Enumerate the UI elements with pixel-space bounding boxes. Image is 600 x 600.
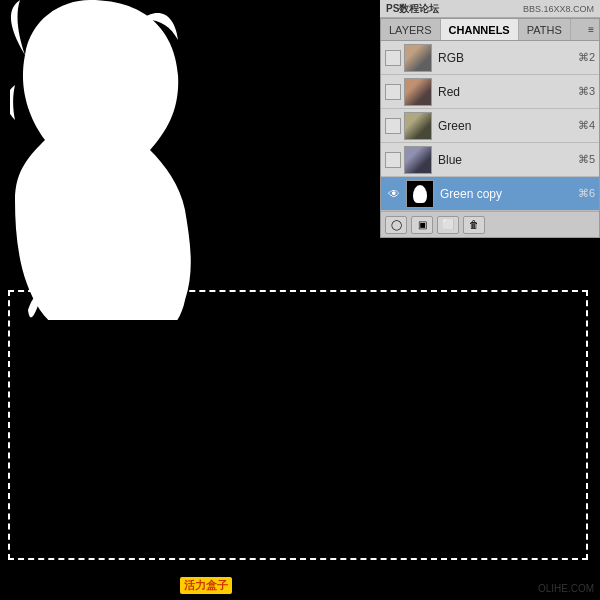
channel-visibility-rgb[interactable] bbox=[385, 50, 401, 66]
panel-menu-button[interactable]: ≡ bbox=[583, 22, 599, 37]
tab-layers[interactable]: LAYERS bbox=[381, 19, 441, 40]
save-selection-button[interactable]: ▣ bbox=[411, 216, 433, 234]
channel-name-green: Green bbox=[438, 119, 574, 133]
channel-list: RGB ⌘2 Red ⌘3 Green ⌘4 Blue ⌘5 👁 bbox=[381, 41, 599, 211]
panel-toolbar: ◯ ▣ ⬜ 🗑 bbox=[381, 211, 599, 237]
silhouette bbox=[10, 0, 270, 320]
tab-channels[interactable]: CHANNELS bbox=[441, 19, 519, 40]
channel-row-blue[interactable]: Blue ⌘5 bbox=[381, 143, 599, 177]
channel-thumb-blue bbox=[404, 146, 432, 174]
channel-name-rgb: RGB bbox=[438, 51, 574, 65]
forum-site: BBS.16XX8.COM bbox=[523, 4, 594, 14]
channel-row-green-copy[interactable]: 👁 Green copy ⌘6 bbox=[381, 177, 599, 211]
top-bar: PS数程论坛 BBS.16XX8.COM bbox=[380, 0, 600, 18]
channel-thumb-green-copy bbox=[406, 180, 434, 208]
forum-title: PS数程论坛 bbox=[386, 2, 439, 16]
watermark-left: 活力盒子 bbox=[180, 577, 232, 594]
channel-thumb-rgb bbox=[404, 44, 432, 72]
channel-shortcut-red: ⌘3 bbox=[578, 85, 595, 98]
channel-shortcut-green-copy: ⌘6 bbox=[578, 187, 595, 200]
channels-panel: LAYERS CHANNELS PATHS ≡ RGB ⌘2 Red ⌘3 Gr… bbox=[380, 18, 600, 238]
new-channel-circle-button[interactable]: ◯ bbox=[385, 216, 407, 234]
channel-shortcut-blue: ⌘5 bbox=[578, 153, 595, 166]
channel-shortcut-rgb: ⌘2 bbox=[578, 51, 595, 64]
channel-visibility-green[interactable] bbox=[385, 118, 401, 134]
channel-thumb-red bbox=[404, 78, 432, 106]
selection-marquee bbox=[8, 290, 588, 560]
watermark-right: OLIHE.COM bbox=[538, 583, 594, 594]
delete-channel-button[interactable]: 🗑 bbox=[463, 216, 485, 234]
tab-paths[interactable]: PATHS bbox=[519, 19, 571, 40]
channel-row-rgb[interactable]: RGB ⌘2 bbox=[381, 41, 599, 75]
tab-bar: LAYERS CHANNELS PATHS ≡ bbox=[381, 19, 599, 41]
eye-icon-green-copy[interactable]: 👁 bbox=[385, 185, 403, 203]
channel-visibility-blue[interactable] bbox=[385, 152, 401, 168]
channel-thumb-green bbox=[404, 112, 432, 140]
channel-row-red[interactable]: Red ⌘3 bbox=[381, 75, 599, 109]
channel-name-red: Red bbox=[438, 85, 574, 99]
channel-name-blue: Blue bbox=[438, 153, 574, 167]
channel-shortcut-green: ⌘4 bbox=[578, 119, 595, 132]
channel-name-green-copy: Green copy bbox=[440, 187, 574, 201]
new-channel-button[interactable]: ⬜ bbox=[437, 216, 459, 234]
channel-visibility-red[interactable] bbox=[385, 84, 401, 100]
channel-row-green[interactable]: Green ⌘4 bbox=[381, 109, 599, 143]
